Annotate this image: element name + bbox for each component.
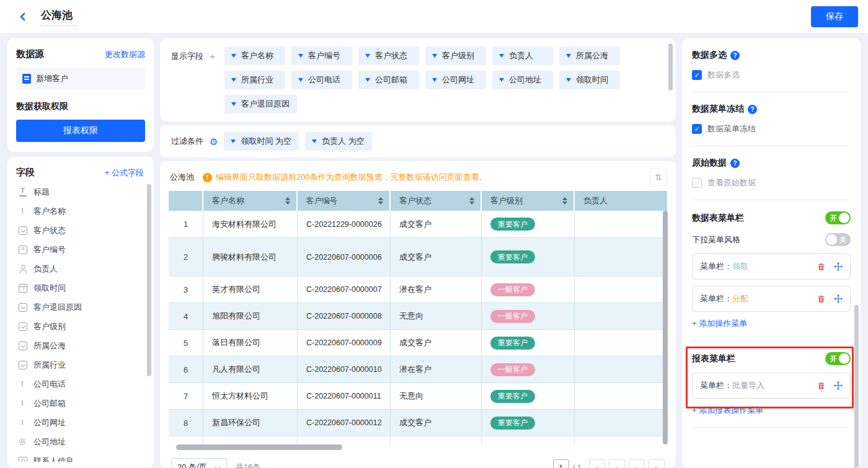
report-menu-toggle[interactable]: 开 [825, 352, 851, 365]
total-count: 共16条 [236, 462, 260, 468]
row-index-cell: 6 [169, 356, 203, 383]
field-item[interactable]: 客户编号 [16, 240, 150, 259]
raw-data-checkbox-row[interactable]: 查看原始数据 [692, 177, 851, 188]
display-field-chip[interactable]: 客户状态 [358, 46, 419, 65]
field-item[interactable]: 负责人 [16, 259, 150, 278]
display-field-chip[interactable]: 所属公海 [559, 46, 620, 65]
display-fields-label: 显示字段 [171, 46, 203, 113]
add-display-field-button[interactable]: + [210, 46, 218, 113]
trash-icon[interactable] [817, 382, 825, 390]
field-item[interactable]: 客户名称 [16, 201, 150, 221]
table-vertical-scrollbar[interactable] [663, 211, 668, 444]
menu-bar-item[interactable]: 菜单栏：分配 [692, 286, 851, 312]
chevron-down-icon [566, 54, 571, 58]
trash-icon[interactable] [817, 263, 825, 271]
help-icon[interactable]: ? [730, 51, 740, 60]
display-field-chip[interactable]: 客户编号 [291, 46, 352, 65]
column-header-label: 客户状态 [399, 195, 432, 206]
table-column-header[interactable]: 负责人 [575, 191, 667, 211]
fields-scrollbar[interactable] [147, 184, 151, 376]
page-title[interactable]: 公海池 [40, 7, 76, 26]
help-icon[interactable]: ? [748, 105, 757, 114]
field-item[interactable]: 标题 [16, 182, 150, 201]
horizontal-scrollbar[interactable] [176, 444, 342, 450]
display-field-chip[interactable]: 公司邮箱 [358, 71, 419, 89]
sort-carets-icon[interactable] [281, 197, 290, 205]
display-field-chip[interactable]: 负责人 [492, 46, 553, 65]
field-item[interactable]: 领取时间 [16, 278, 150, 298]
display-field-chip[interactable]: 客户级别 [425, 46, 486, 65]
move-icon[interactable] [834, 381, 843, 390]
menu-freeze-checkbox-row[interactable]: 数据菜单冻结 [692, 123, 851, 135]
level-badge: 一般客户 [490, 310, 535, 323]
datasource-item[interactable]: 新增客户 [16, 68, 145, 90]
select-icon [19, 322, 27, 331]
display-field-chip[interactable]: 客户退回原因 [224, 95, 297, 113]
add-action-menu-link[interactable]: + 添加操作菜单 [692, 318, 851, 329]
display-field-chip[interactable]: 公司地址 [492, 71, 553, 89]
field-item[interactable]: 客户退回原因 [16, 298, 150, 317]
display-field-chip[interactable]: 领取时间 [559, 71, 620, 89]
help-icon[interactable]: ? [730, 159, 740, 168]
row-index-cell: 1 [169, 211, 203, 238]
menu-bar-item[interactable]: 菜单栏：领取 [692, 254, 851, 280]
sort-desc-icon [378, 201, 383, 205]
dropdown-style-toggle[interactable]: 关 [825, 233, 851, 246]
field-item[interactable]: 联系人信息 [16, 451, 150, 462]
next-page-button[interactable]: › [629, 459, 645, 468]
checkbox-checked-icon[interactable] [692, 124, 702, 134]
last-page-button[interactable]: » [649, 459, 665, 468]
filter-chip[interactable]: 负责人 为空 [305, 132, 372, 151]
filter-chip[interactable]: 领取时间 为空 [224, 132, 299, 151]
sort-carets-icon[interactable] [559, 197, 567, 205]
table-column-header[interactable]: 客户状态 [391, 191, 482, 211]
multi-select-section: 数据多选 ? 数据多选 [692, 50, 851, 81]
move-icon[interactable] [834, 262, 843, 271]
field-item[interactable]: 所属行业 [16, 355, 150, 374]
field-item[interactable]: 公司邮箱 [16, 394, 150, 413]
sort-order-button[interactable]: ⇅ [650, 169, 667, 186]
field-item[interactable]: 客户级别 [16, 317, 150, 336]
menu-item-actions [817, 262, 843, 271]
menu-bar-item[interactable]: 菜单栏：批量导入 [692, 373, 851, 399]
sort-icon: ⇅ [655, 172, 662, 182]
report-menu-section: 报表菜单栏 开 菜单栏：批量导入 + 添加报表操作菜单 [692, 352, 851, 416]
multi-select-checkbox-row[interactable]: 数据多选 [692, 69, 851, 81]
move-icon[interactable] [834, 294, 843, 303]
field-item[interactable]: 客户状态 [16, 221, 150, 240]
display-field-chip[interactable]: 客户名称 [224, 46, 285, 65]
menu-bar-prefix: 菜单栏： [700, 261, 732, 272]
field-item[interactable]: 公司地址 [16, 432, 150, 451]
trash-icon[interactable] [817, 295, 825, 303]
divider [692, 146, 851, 146]
gear-icon[interactable]: ⚙ [210, 137, 218, 146]
table-column-header[interactable]: 客户名称 [203, 191, 298, 211]
settings-scrollbar[interactable] [854, 305, 859, 468]
table-menu-toggle[interactable]: 开 [825, 211, 851, 224]
field-item[interactable]: 所属公海 [16, 336, 150, 355]
field-item[interactable]: 公司电话 [16, 374, 150, 394]
table-row: 6凡人有限公司C-20220607-0000010潜在客户一般客户 [169, 356, 667, 383]
table-column-header[interactable]: 客户级别 [482, 191, 575, 211]
checkbox-checked-icon[interactable] [692, 70, 702, 80]
report-permission-button[interactable]: 报表权限 [16, 120, 145, 142]
first-page-button[interactable]: « [589, 459, 605, 468]
checkbox-unchecked-icon[interactable] [692, 178, 702, 188]
formula-field-link[interactable]: + 公式字段 [105, 167, 144, 179]
field-item[interactable]: 公司网址 [16, 413, 150, 432]
prev-page-button[interactable]: ‹ [609, 459, 625, 468]
display-field-chip[interactable]: 公司网址 [425, 71, 486, 89]
table-column-header[interactable]: 客户编号 [298, 191, 391, 211]
display-field-chip[interactable]: 公司电话 [291, 71, 352, 89]
current-page-input[interactable]: 1 [553, 459, 569, 468]
sort-carets-icon[interactable] [466, 197, 474, 205]
panel-scrollbar[interactable] [668, 43, 673, 91]
sort-carets-icon[interactable] [374, 197, 383, 205]
display-field-chip[interactable]: 所属行业 [224, 71, 285, 89]
change-datasource-link[interactable]: 更改数据源 [105, 49, 145, 60]
back-button[interactable] [16, 10, 30, 24]
save-button[interactable]: 保存 [811, 6, 858, 27]
add-report-menu-link[interactable]: + 添加报表操作菜单 [692, 405, 851, 416]
page-size-select[interactable]: 20 条/页 [171, 458, 227, 468]
cell [391, 436, 482, 444]
